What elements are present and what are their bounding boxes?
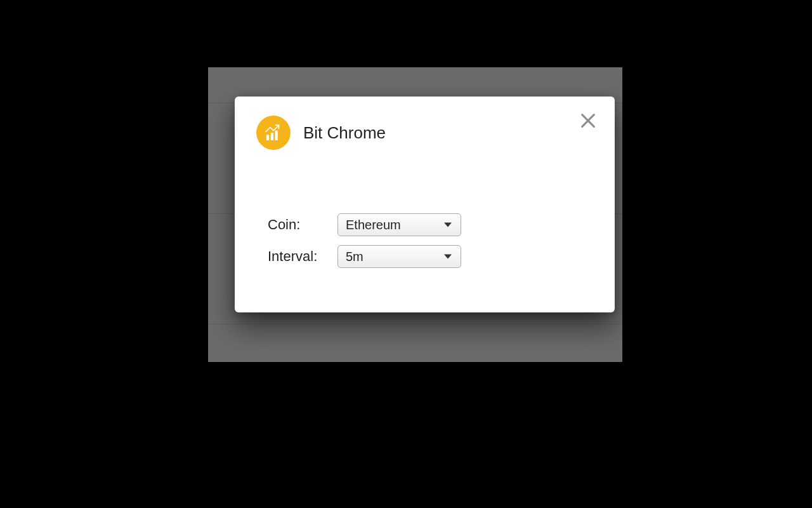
interval-select[interactable]: 5m (337, 245, 461, 268)
chevron-down-icon (444, 255, 452, 259)
divider (208, 324, 622, 324)
interval-select-value: 5m (346, 250, 363, 264)
svg-rect-3 (271, 133, 273, 140)
dialog-header: Bit Chrome (256, 116, 386, 150)
dialog-title: Bit Chrome (303, 123, 386, 143)
svg-rect-2 (266, 135, 269, 140)
coin-select-value: Ethereum (346, 218, 401, 232)
settings-form: Coin: Ethereum Interval: 5m (268, 213, 461, 277)
interval-label: Interval: (268, 248, 337, 265)
coin-label: Coin: (268, 217, 337, 233)
chevron-down-icon (444, 223, 452, 227)
settings-dialog: Bit Chrome Coin: Ethereum Interval: 5m (235, 97, 615, 312)
close-button[interactable] (579, 112, 599, 132)
interval-row: Interval: 5m (268, 245, 461, 268)
chart-icon (263, 122, 284, 144)
close-icon (579, 112, 597, 130)
app-logo (256, 116, 291, 150)
coin-row: Coin: Ethereum (268, 213, 461, 236)
coin-select[interactable]: Ethereum (337, 213, 461, 236)
svg-rect-4 (275, 131, 278, 140)
